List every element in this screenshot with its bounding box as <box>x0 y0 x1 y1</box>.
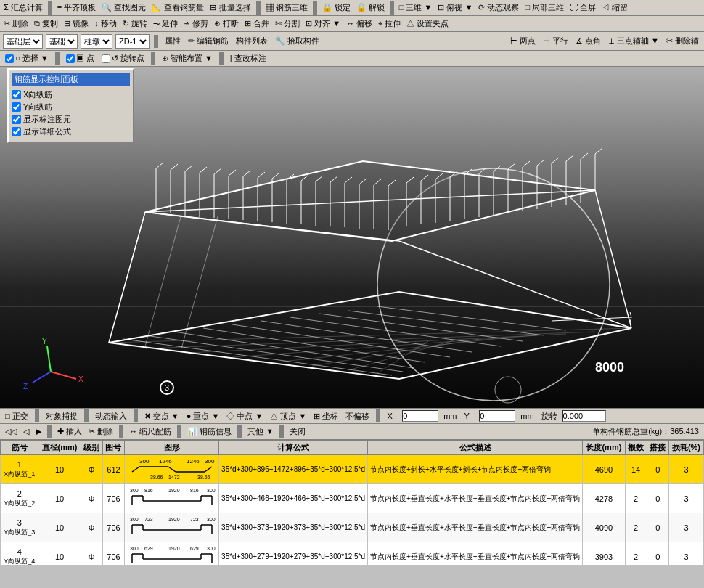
cell-count: 2 <box>625 513 647 542</box>
point-toggle[interactable]: ▣ 点 <box>64 53 97 64</box>
property-btn[interactable]: 属性 <box>163 36 183 46</box>
table-row[interactable]: 1X向纵筋_1 10 Φ 612 300 1246 1246 300 38.66… <box>1 455 704 484</box>
scale-rebar-btn[interactable]: ↔ 缩尺配筋 <box>127 426 173 437</box>
midpoint-btn[interactable]: ● 重点 ▼ <box>184 411 222 422</box>
check-note-btn[interactable]: | 查改标注 <box>228 53 269 64</box>
base-select[interactable]: 基础 <box>46 34 78 49</box>
zoom-out-btn[interactable]: ◁ 缩留 <box>599 2 630 13</box>
delete-btn[interactable]: ✂ 删除 <box>1 18 30 29</box>
snap-btn[interactable]: 对象捕捉 <box>44 411 80 422</box>
parallel-btn[interactable]: ⊣ 平行 <box>541 36 570 46</box>
rotate-point-toggle[interactable]: ↺ 旋转点 <box>99 53 147 64</box>
extend-btn[interactable]: ⊸ 延伸 <box>151 18 180 29</box>
stretch-btn[interactable]: ⌖ 拉伸 <box>376 18 403 29</box>
other-btn[interactable]: 其他 ▼ <box>245 426 276 437</box>
point-checkbox[interactable] <box>66 54 75 63</box>
table-row[interactable]: 3Y向纵筋_3 10 Φ 706 300 723 1920 723 300 35… <box>1 513 704 542</box>
close-btn[interactable]: 关闭 <box>287 426 308 437</box>
y-input[interactable] <box>479 410 515 422</box>
show-annotation-checkbox[interactable]: 显示标注图元 <box>12 114 130 125</box>
col-select[interactable]: 柱墩 <box>81 34 112 49</box>
split-btn[interactable]: ✄ 分割 <box>273 18 302 29</box>
batch-select-btn[interactable]: ⊞ 批量选择 <box>208 2 253 13</box>
rebar-3d-btn[interactable]: ▦ 钢筋三维 <box>263 2 310 13</box>
nav-prev-btn[interactable]: ◁ <box>21 427 31 436</box>
lock-btn[interactable]: 🔒 锁定 <box>320 2 353 13</box>
cell-diameter: 10 <box>38 455 81 484</box>
main-3d-view[interactable]: 钢筋显示控制面板 X向纵筋 Y向纵筋 显示标注图元 显示详细公式 <box>0 67 704 408</box>
svg-text:38.66: 38.66 <box>197 475 210 480</box>
sep6 <box>55 52 60 65</box>
flat-top-btn[interactable]: ≡ 平齐顶板 <box>55 2 98 13</box>
align-btn[interactable]: ⊡ 对齐 ▼ <box>303 18 343 29</box>
x-label: X= <box>385 412 399 420</box>
rotate-input[interactable] <box>562 410 606 422</box>
summary-calc-btn[interactable]: Σ 汇总计算 <box>1 2 45 13</box>
two-point-btn[interactable]: ⊢ 两点 <box>508 36 538 46</box>
local-3d-btn[interactable]: □ 局部三维 <box>523 2 566 13</box>
cell-shape-num: 612 <box>102 455 124 484</box>
cell-shape: 300 816 1920 816 300 <box>125 484 219 513</box>
dynamic-input-btn[interactable]: 动态输入 <box>93 411 129 422</box>
dynamic-view-btn[interactable]: ⟳ 动态观察 <box>476 2 521 13</box>
edit-rebar-btn[interactable]: ✏ 编辑钢筋 <box>186 36 231 46</box>
insert-btn[interactable]: ✚ 插入 <box>55 426 84 437</box>
cell-diameter: 10 <box>38 542 81 566</box>
col-loss: 损耗(%) <box>668 441 703 455</box>
svg-text:816: 816 <box>190 488 199 493</box>
nav-next-btn[interactable]: ▶ <box>33 427 44 436</box>
sep5 <box>154 35 158 48</box>
sep-r5 <box>279 425 284 438</box>
y-longitudinal-checkbox[interactable]: Y向纵筋 <box>12 102 130 113</box>
toolbar-row1: Σ 汇总计算 ≡ 平齐顶板 🔍 查找图元 📐 查看钢筋量 ⊞ 批量选择 ▦ 钢筋… <box>0 0 704 16</box>
cell-overlap: 0 <box>647 542 668 566</box>
rebar-info-btn[interactable]: 📊 钢筋信息 <box>185 426 234 437</box>
select-checkbox[interactable] <box>5 54 14 63</box>
table-row[interactable]: 4Y向纵筋_4 10 Φ 706 300 629 1920 629 300 35… <box>1 542 704 566</box>
nav-first-btn[interactable]: ◁◁ <box>3 427 19 436</box>
top-view-btn[interactable]: ⊡ 俯视 ▼ <box>435 2 475 13</box>
merge-btn[interactable]: ⊞ 合并 <box>242 18 271 29</box>
component-list-btn[interactable]: 构件列表 <box>234 36 270 46</box>
find-element-btn[interactable]: 🔍 查找图元 <box>99 2 148 13</box>
view-rebar-btn[interactable]: 📐 查看钢筋量 <box>150 2 206 13</box>
rotate-btn[interactable]: ↻ 旋转 <box>120 18 150 29</box>
copy-btn[interactable]: ⧉ 复制 <box>32 18 60 29</box>
fullscreen-btn[interactable]: ⛶ 全屏 <box>568 2 598 13</box>
move-btn[interactable]: ↕ 移动 <box>92 18 119 29</box>
mirror-btn[interactable]: ⊟ 镜像 <box>62 18 91 29</box>
layer-select[interactable]: 基础层 <box>3 34 43 49</box>
3d-btn[interactable]: □ 三维 ▼ <box>397 2 435 13</box>
unlock-btn[interactable]: 🔓 解锁 <box>354 2 387 13</box>
offset-btn[interactable]: ↔ 偏移 <box>344 18 374 29</box>
delete-aux-btn[interactable]: ✂ 删除辅 <box>664 36 701 46</box>
rebar-table-area: 筋号 直径(mm) 级别 图号 图形 计算公式 公式描述 长度(mm) 根数 搭… <box>0 440 704 565</box>
delete-row-btn[interactable]: ✂ 删除 <box>86 426 115 437</box>
x-longitudinal-checkbox[interactable]: X向纵筋 <box>12 89 130 100</box>
sep-s2 <box>84 409 89 422</box>
col-grade: 级别 <box>81 441 102 455</box>
cell-num: 3Y向纵筋_3 <box>1 513 38 542</box>
trim-btn[interactable]: ≁ 修剪 <box>181 18 210 29</box>
code-select[interactable]: ZD-1 <box>115 34 150 49</box>
rotate-point-checkbox[interactable] <box>102 54 110 63</box>
point-angle-btn[interactable]: ∡ 点角 <box>573 36 603 46</box>
cell-formula: 35*d+300+279+1920+279+35*d+300*12.5*d <box>219 542 368 566</box>
mid-btn[interactable]: ◇ 中点 ▼ <box>224 411 265 422</box>
set-grip-btn[interactable]: △ 设置夹点 <box>404 18 451 29</box>
show-formula-checkbox[interactable]: 显示详细公式 <box>12 126 130 137</box>
smart-place-btn[interactable]: ⊕ 智能布置 ▼ <box>160 53 215 64</box>
no-offset-btn[interactable]: 不偏移 <box>343 411 372 422</box>
svg-text:38.66: 38.66 <box>150 475 163 480</box>
select-toggle[interactable]: ○ 选择 ▼ <box>3 53 51 64</box>
coord-btn[interactable]: ⊞ 坐标 <box>311 411 340 422</box>
svg-text:300: 300 <box>139 458 150 465</box>
vertex-btn[interactable]: △ 顶点 ▼ <box>268 411 308 422</box>
three-point-btn[interactable]: ⊥ 三点辅轴 ▼ <box>606 36 661 46</box>
ortho-btn[interactable]: □ 正交 <box>3 411 30 422</box>
x-input[interactable] <box>402 410 438 422</box>
intersection-btn[interactable]: ✖ 交点 ▼ <box>142 411 181 422</box>
table-row[interactable]: 2Y向纵筋_2 10 Φ 706 300 816 1920 816 300 35… <box>1 484 704 513</box>
pick-component-btn[interactable]: 🔧 拾取构件 <box>273 36 322 46</box>
break-btn[interactable]: ⊕ 打断 <box>212 18 241 29</box>
